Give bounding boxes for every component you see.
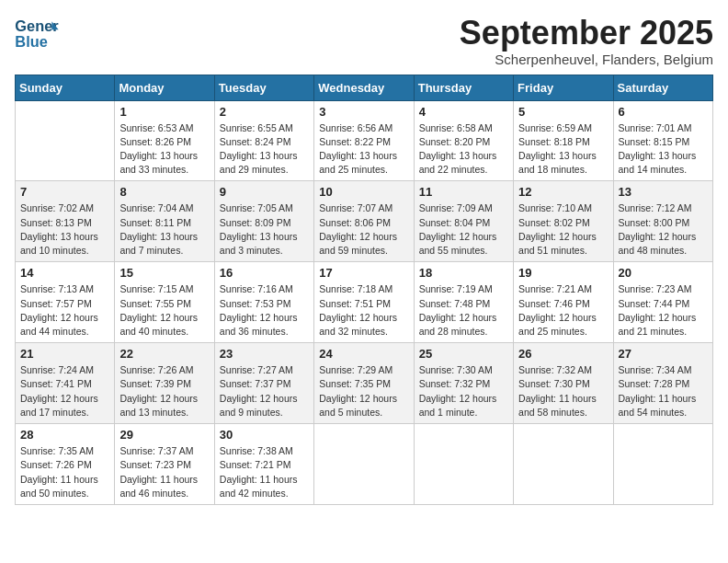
day-info: Sunrise: 6:56 AMSunset: 8:22 PMDaylight:…: [319, 121, 408, 178]
day-number: 21: [20, 347, 109, 361]
day-number: 13: [619, 185, 708, 199]
calendar-cell: [514, 424, 613, 505]
day-number: 19: [518, 266, 608, 280]
calendar-cell: 28Sunrise: 7:35 AMSunset: 7:26 PMDayligh…: [16, 424, 115, 505]
calendar-week-row: 7Sunrise: 7:02 AMSunset: 8:13 PMDaylight…: [16, 181, 713, 262]
day-number: 11: [419, 185, 508, 199]
day-number: 22: [119, 347, 209, 361]
logo: General Blue: [15, 15, 63, 52]
calendar-cell: 3Sunrise: 6:56 AMSunset: 8:22 PMDaylight…: [314, 100, 414, 181]
day-info: Sunrise: 7:24 AMSunset: 7:41 PMDaylight:…: [20, 363, 109, 419]
calendar-cell: 6Sunrise: 7:01 AMSunset: 8:15 PMDaylight…: [613, 100, 712, 181]
day-info: Sunrise: 6:59 AMSunset: 8:18 PMDaylight:…: [518, 121, 608, 178]
calendar-cell: 26Sunrise: 7:32 AMSunset: 7:30 PMDayligh…: [514, 343, 613, 424]
day-info: Sunrise: 7:10 AMSunset: 8:02 PMDaylight:…: [518, 201, 608, 258]
day-info: Sunrise: 7:35 AMSunset: 7:26 PMDaylight:…: [20, 444, 109, 500]
day-number: 28: [20, 428, 109, 442]
weekday-header-row: SundayMondayTuesdayWednesdayThursdayFrid…: [16, 75, 713, 100]
day-number: 4: [419, 105, 508, 119]
weekday-header-thursday: Thursday: [414, 75, 513, 100]
day-info: Sunrise: 6:58 AMSunset: 8:20 PMDaylight:…: [419, 121, 508, 178]
day-info: Sunrise: 7:18 AMSunset: 7:51 PMDaylight:…: [319, 282, 408, 339]
weekday-header-sunday: Sunday: [16, 75, 115, 100]
day-info: Sunrise: 7:01 AMSunset: 8:15 PMDaylight:…: [619, 121, 708, 178]
calendar-cell: 17Sunrise: 7:18 AMSunset: 7:51 PMDayligh…: [314, 262, 414, 343]
calendar-cell: 25Sunrise: 7:30 AMSunset: 7:32 PMDayligh…: [414, 343, 513, 424]
calendar-cell: 23Sunrise: 7:27 AMSunset: 7:37 PMDayligh…: [214, 343, 313, 424]
day-number: 2: [220, 105, 309, 119]
day-number: 23: [220, 347, 309, 361]
calendar-cell: 24Sunrise: 7:29 AMSunset: 7:35 PMDayligh…: [314, 343, 414, 424]
calendar-cell: [414, 424, 513, 505]
day-info: Sunrise: 7:12 AMSunset: 8:00 PMDaylight:…: [619, 201, 708, 258]
day-number: 3: [319, 105, 408, 119]
day-info: Sunrise: 7:02 AMSunset: 8:13 PMDaylight:…: [20, 201, 109, 258]
calendar-cell: 11Sunrise: 7:09 AMSunset: 8:04 PMDayligh…: [414, 181, 513, 262]
day-info: Sunrise: 7:05 AMSunset: 8:09 PMDaylight:…: [220, 201, 309, 258]
day-number: 18: [419, 266, 508, 280]
calendar-cell: 20Sunrise: 7:23 AMSunset: 7:44 PMDayligh…: [613, 262, 712, 343]
calendar-cell: 10Sunrise: 7:07 AMSunset: 8:06 PMDayligh…: [314, 181, 414, 262]
calendar-cell: 16Sunrise: 7:16 AMSunset: 7:53 PMDayligh…: [214, 262, 313, 343]
day-info: Sunrise: 7:30 AMSunset: 7:32 PMDaylight:…: [419, 363, 508, 419]
day-info: Sunrise: 7:34 AMSunset: 7:28 PMDaylight:…: [619, 363, 708, 419]
day-number: 10: [319, 185, 408, 199]
day-info: Sunrise: 7:09 AMSunset: 8:04 PMDaylight:…: [419, 201, 508, 258]
calendar-cell: 14Sunrise: 7:13 AMSunset: 7:57 PMDayligh…: [16, 262, 115, 343]
calendar-cell: 13Sunrise: 7:12 AMSunset: 8:00 PMDayligh…: [613, 181, 712, 262]
page-header: General Blue September 2025 Scherpenheuv…: [15, 15, 713, 67]
calendar-cell: 7Sunrise: 7:02 AMSunset: 8:13 PMDaylight…: [16, 181, 115, 262]
month-title: September 2025: [460, 15, 713, 52]
day-info: Sunrise: 7:27 AMSunset: 7:37 PMDaylight:…: [220, 363, 309, 419]
weekday-header-friday: Friday: [514, 75, 613, 100]
day-number: 29: [119, 428, 209, 442]
calendar-cell: 12Sunrise: 7:10 AMSunset: 8:02 PMDayligh…: [514, 181, 613, 262]
day-number: 25: [419, 347, 508, 361]
calendar-cell: 5Sunrise: 6:59 AMSunset: 8:18 PMDaylight…: [514, 100, 613, 181]
day-info: Sunrise: 7:04 AMSunset: 8:11 PMDaylight:…: [119, 201, 209, 258]
calendar-cell: [613, 424, 712, 505]
day-info: Sunrise: 7:13 AMSunset: 7:57 PMDaylight:…: [20, 282, 109, 339]
weekday-header-monday: Monday: [115, 75, 214, 100]
day-number: 5: [518, 105, 608, 119]
calendar-cell: [16, 100, 115, 181]
calendar-cell: 22Sunrise: 7:26 AMSunset: 7:39 PMDayligh…: [115, 343, 214, 424]
day-info: Sunrise: 6:55 AMSunset: 8:24 PMDaylight:…: [220, 121, 309, 178]
calendar-cell: 19Sunrise: 7:21 AMSunset: 7:46 PMDayligh…: [514, 262, 613, 343]
day-info: Sunrise: 7:15 AMSunset: 7:55 PMDaylight:…: [119, 282, 209, 339]
calendar-week-row: 1Sunrise: 6:53 AMSunset: 8:26 PMDaylight…: [16, 100, 713, 181]
day-number: 30: [220, 428, 309, 442]
calendar-cell: 9Sunrise: 7:05 AMSunset: 8:09 PMDaylight…: [214, 181, 313, 262]
day-info: Sunrise: 7:37 AMSunset: 7:23 PMDaylight:…: [119, 444, 209, 500]
calendar-cell: 18Sunrise: 7:19 AMSunset: 7:48 PMDayligh…: [414, 262, 513, 343]
calendar-cell: 1Sunrise: 6:53 AMSunset: 8:26 PMDaylight…: [115, 100, 214, 181]
day-number: 15: [119, 266, 209, 280]
day-number: 20: [619, 266, 708, 280]
day-number: 14: [20, 266, 109, 280]
day-info: Sunrise: 7:32 AMSunset: 7:30 PMDaylight:…: [518, 363, 608, 419]
calendar-cell: 2Sunrise: 6:55 AMSunset: 8:24 PMDaylight…: [214, 100, 313, 181]
day-number: 7: [20, 185, 109, 199]
day-info: Sunrise: 7:29 AMSunset: 7:35 PMDaylight:…: [319, 363, 408, 419]
day-number: 26: [518, 347, 608, 361]
title-area: September 2025 Scherpenheuvel, Flanders,…: [460, 15, 713, 67]
calendar-cell: 30Sunrise: 7:38 AMSunset: 7:21 PMDayligh…: [214, 424, 313, 505]
day-info: Sunrise: 7:26 AMSunset: 7:39 PMDaylight:…: [119, 363, 209, 419]
logo-icon: General Blue: [15, 15, 59, 52]
calendar-week-row: 28Sunrise: 7:35 AMSunset: 7:26 PMDayligh…: [16, 424, 713, 505]
day-info: Sunrise: 7:23 AMSunset: 7:44 PMDaylight:…: [619, 282, 708, 339]
day-number: 24: [319, 347, 408, 361]
calendar-week-row: 14Sunrise: 7:13 AMSunset: 7:57 PMDayligh…: [16, 262, 713, 343]
weekday-header-wednesday: Wednesday: [314, 75, 414, 100]
day-number: 8: [119, 185, 209, 199]
day-info: Sunrise: 7:19 AMSunset: 7:48 PMDaylight:…: [419, 282, 508, 339]
calendar-cell: 4Sunrise: 6:58 AMSunset: 8:20 PMDaylight…: [414, 100, 513, 181]
location-subtitle: Scherpenheuvel, Flanders, Belgium: [460, 52, 713, 67]
day-number: 1: [119, 105, 209, 119]
calendar-table: SundayMondayTuesdayWednesdayThursdayFrid…: [15, 75, 713, 505]
day-info: Sunrise: 7:38 AMSunset: 7:21 PMDaylight:…: [220, 444, 309, 500]
day-info: Sunrise: 7:07 AMSunset: 8:06 PMDaylight:…: [319, 201, 408, 258]
day-info: Sunrise: 6:53 AMSunset: 8:26 PMDaylight:…: [119, 121, 209, 178]
weekday-header-saturday: Saturday: [613, 75, 712, 100]
day-number: 6: [619, 105, 708, 119]
